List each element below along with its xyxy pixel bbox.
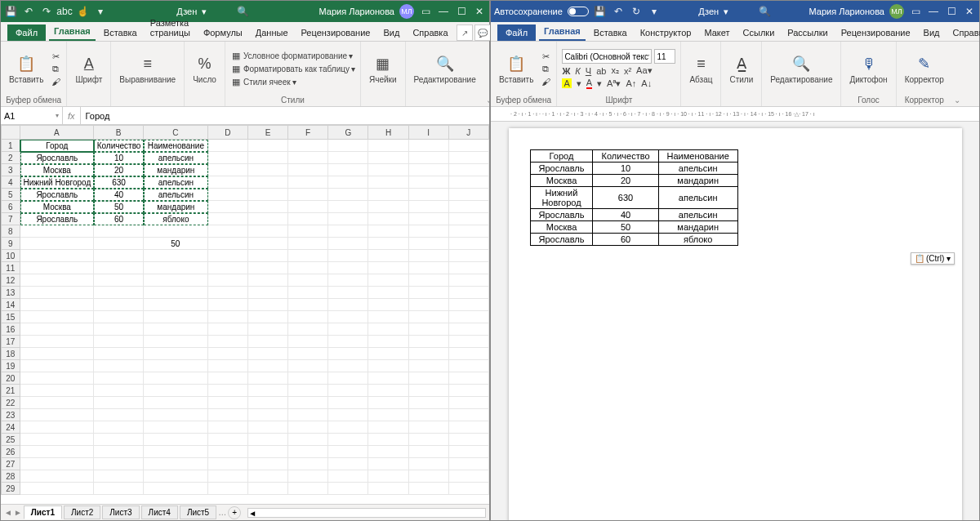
cell[interactable]	[248, 360, 288, 372]
cell[interactable]	[328, 446, 368, 458]
cell[interactable]	[208, 201, 248, 213]
tab-insert[interactable]: Вставка	[99, 24, 142, 41]
row-header[interactable]: 29	[1, 483, 20, 495]
add-sheet-button[interactable]: +	[228, 506, 241, 519]
cell[interactable]	[328, 311, 368, 323]
cell[interactable]	[449, 397, 489, 409]
table-cell[interactable]: 20	[593, 175, 658, 187]
tab-file[interactable]: Файл	[7, 24, 46, 41]
row-header[interactable]: 18	[1, 348, 20, 360]
table-header[interactable]: Город	[530, 150, 593, 163]
table-cell[interactable]: мандарин	[658, 175, 737, 187]
redo-icon[interactable]: ↻	[630, 5, 643, 18]
cell[interactable]	[94, 409, 144, 421]
row-header[interactable]: 23	[1, 409, 20, 421]
cell[interactable]	[144, 225, 208, 238]
italic-button[interactable]: К	[575, 66, 580, 76]
cell[interactable]	[208, 311, 248, 323]
row-header[interactable]: 11	[1, 262, 20, 274]
tab-formulas[interactable]: Формулы	[198, 24, 247, 41]
cell[interactable]	[20, 385, 94, 397]
cell[interactable]	[409, 385, 449, 397]
cell[interactable]	[368, 189, 408, 201]
tab-review[interactable]: Рецензирование	[836, 24, 915, 41]
cell[interactable]	[328, 213, 368, 225]
cell[interactable]	[248, 238, 288, 250]
cell[interactable]	[94, 421, 144, 434]
cell[interactable]	[449, 385, 489, 397]
cell[interactable]	[20, 372, 94, 385]
cell[interactable]	[409, 201, 449, 213]
cell[interactable]	[20, 311, 94, 323]
cell[interactable]	[409, 225, 449, 238]
cell[interactable]	[449, 299, 489, 311]
cell[interactable]	[409, 250, 449, 262]
cell[interactable]	[368, 323, 408, 336]
cell[interactable]: Ярославль	[20, 152, 94, 164]
cell[interactable]	[248, 164, 288, 176]
cell[interactable]	[208, 458, 248, 470]
cell[interactable]	[248, 140, 288, 152]
cell[interactable]	[20, 434, 94, 446]
row-header[interactable]: 1	[1, 140, 20, 152]
cell[interactable]	[208, 348, 248, 360]
minimize-icon[interactable]: —	[437, 5, 450, 18]
row-header[interactable]: 8	[1, 225, 20, 238]
tab-review[interactable]: Рецензирование	[296, 24, 376, 41]
cell[interactable]	[248, 225, 288, 238]
font-size-select[interactable]	[654, 49, 675, 64]
cell[interactable]	[409, 434, 449, 446]
cell[interactable]	[449, 434, 489, 446]
tab-view[interactable]: Вид	[378, 24, 404, 41]
cell[interactable]	[248, 323, 288, 336]
cell[interactable]	[449, 274, 489, 287]
cell[interactable]	[144, 287, 208, 299]
cell[interactable]	[94, 287, 144, 299]
table-header[interactable]: Наименование	[658, 150, 737, 163]
cell[interactable]: 10	[94, 152, 144, 164]
cell[interactable]	[409, 299, 449, 311]
share-icon[interactable]: ↗	[457, 24, 473, 41]
cell[interactable]	[248, 287, 288, 299]
table-cell[interactable]: 50	[593, 221, 658, 234]
cell[interactable]	[20, 348, 94, 360]
cell[interactable]	[328, 299, 368, 311]
cell[interactable]	[409, 189, 449, 201]
cell[interactable]	[328, 238, 368, 250]
cell[interactable]	[328, 176, 368, 189]
copy-icon[interactable]: ⧉	[50, 64, 61, 75]
cell[interactable]	[94, 225, 144, 238]
cell[interactable]	[368, 176, 408, 189]
tab-layout[interactable]: Макет	[699, 24, 734, 41]
col-header[interactable]: E	[248, 125, 288, 140]
cell[interactable]	[144, 397, 208, 409]
cell[interactable]	[248, 299, 288, 311]
cell[interactable]	[94, 274, 144, 287]
cell[interactable]	[368, 238, 408, 250]
cell[interactable]	[94, 483, 144, 495]
cell[interactable]	[368, 470, 408, 483]
cell[interactable]	[449, 225, 489, 238]
name-box[interactable]: A1	[1, 107, 63, 124]
row-header[interactable]: 26	[1, 446, 20, 458]
cell[interactable]	[288, 250, 328, 262]
cell[interactable]	[288, 213, 328, 225]
cell[interactable]	[368, 152, 408, 164]
cell-styles-button[interactable]: ▦Стили ячеек ▾	[230, 76, 355, 88]
cell[interactable]	[208, 421, 248, 434]
cell[interactable]	[409, 176, 449, 189]
col-header[interactable]: I	[409, 125, 449, 140]
cell[interactable]	[208, 189, 248, 201]
cell[interactable]	[144, 299, 208, 311]
cell[interactable]	[288, 336, 328, 348]
user-avatar[interactable]: МЛ	[889, 4, 904, 19]
cell[interactable]	[248, 213, 288, 225]
close-icon[interactable]: ✕	[963, 5, 976, 18]
cell[interactable]	[208, 446, 248, 458]
cell[interactable]	[208, 287, 248, 299]
strike-button[interactable]: ab	[596, 66, 606, 76]
cell[interactable]	[409, 238, 449, 250]
cell[interactable]	[449, 372, 489, 385]
cell[interactable]	[288, 164, 328, 176]
cell[interactable]	[208, 397, 248, 409]
